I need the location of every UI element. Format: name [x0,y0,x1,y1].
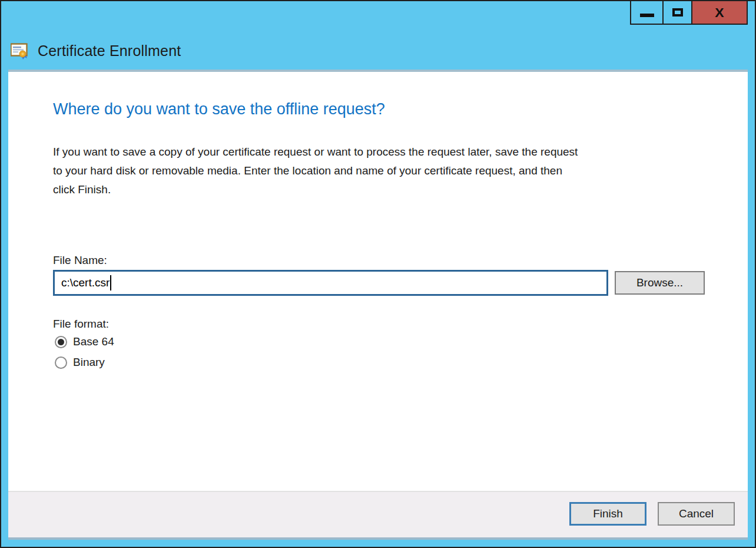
page-title: Where do you want to save the offline re… [53,100,385,118]
titlebar: Certificate Enrollment [11,42,181,60]
minimize-icon [640,14,654,17]
radio-base64[interactable]: Base 64 [55,335,114,348]
browse-button[interactable]: Browse... [615,271,705,295]
window-title: Certificate Enrollment [38,42,181,60]
radio-binary-label: Binary [73,356,105,369]
file-name-label: File Name: [53,254,107,267]
close-icon: X [715,6,724,19]
file-format-label: File format: [53,318,109,331]
minimize-button[interactable] [630,0,664,25]
file-name-value: c:\cert.csr [61,276,110,289]
window-controls: X [630,0,748,25]
maximize-icon [672,8,683,16]
text-caret [110,275,111,290]
radio-binary[interactable]: Binary [55,356,105,369]
certificate-icon [11,43,28,60]
maximize-button[interactable] [662,0,692,25]
finish-button[interactable]: Finish [569,502,646,526]
certificate-enrollment-window: X Certificate Enrollment Where do you wa… [0,0,756,548]
file-name-input[interactable]: c:\cert.csr [53,270,608,296]
footer-bar: Finish Cancel [8,491,748,537]
cancel-button[interactable]: Cancel [658,502,735,526]
close-button[interactable]: X [691,0,748,25]
radio-button-icon [55,336,67,348]
radio-base64-label: Base 64 [73,335,114,348]
wizard-panel: Where do you want to save the offline re… [8,72,748,537]
radio-button-icon [55,356,67,369]
instruction-text: If you want to save a copy of your certi… [53,143,718,199]
